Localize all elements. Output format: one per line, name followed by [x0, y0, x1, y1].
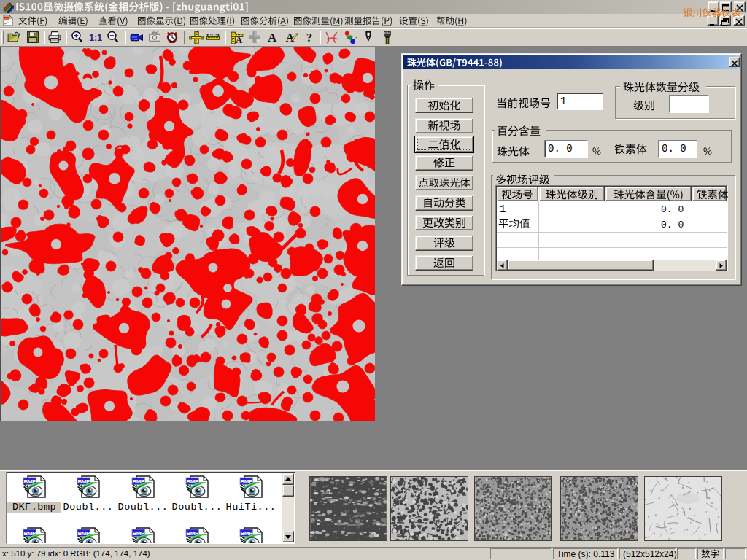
svg-text:A: A [268, 31, 277, 44]
svg-text:DOC: DOC [4, 17, 11, 20]
svg-text:2: 2 [349, 34, 352, 41]
svg-text:?: ? [306, 31, 312, 44]
svg-text:1:1: 1:1 [89, 33, 102, 43]
svg-text:1: 1 [346, 34, 349, 41]
svg-text:3: 3 [355, 34, 357, 41]
svg-text:A: A [236, 35, 243, 44]
